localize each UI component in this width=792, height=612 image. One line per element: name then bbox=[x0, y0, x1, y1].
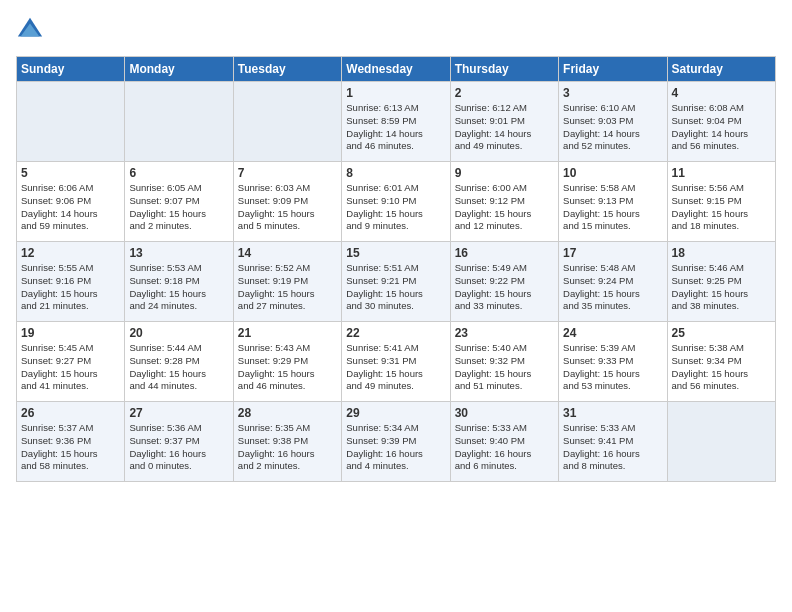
calendar-cell: 7Sunrise: 6:03 AM Sunset: 9:09 PM Daylig… bbox=[233, 162, 341, 242]
day-info: Sunrise: 5:45 AM Sunset: 9:27 PM Dayligh… bbox=[21, 342, 120, 393]
calendar-cell: 31Sunrise: 5:33 AM Sunset: 9:41 PM Dayli… bbox=[559, 402, 667, 482]
day-info: Sunrise: 5:38 AM Sunset: 9:34 PM Dayligh… bbox=[672, 342, 771, 393]
day-number: 22 bbox=[346, 326, 445, 340]
day-number: 5 bbox=[21, 166, 120, 180]
day-info: Sunrise: 6:13 AM Sunset: 8:59 PM Dayligh… bbox=[346, 102, 445, 153]
day-number: 23 bbox=[455, 326, 554, 340]
calendar-week-row: 12Sunrise: 5:55 AM Sunset: 9:16 PM Dayli… bbox=[17, 242, 776, 322]
day-number: 24 bbox=[563, 326, 662, 340]
calendar-cell: 18Sunrise: 5:46 AM Sunset: 9:25 PM Dayli… bbox=[667, 242, 775, 322]
day-info: Sunrise: 5:55 AM Sunset: 9:16 PM Dayligh… bbox=[21, 262, 120, 313]
calendar-week-row: 19Sunrise: 5:45 AM Sunset: 9:27 PM Dayli… bbox=[17, 322, 776, 402]
weekday-header-saturday: Saturday bbox=[667, 57, 775, 82]
day-info: Sunrise: 5:43 AM Sunset: 9:29 PM Dayligh… bbox=[238, 342, 337, 393]
calendar-cell: 10Sunrise: 5:58 AM Sunset: 9:13 PM Dayli… bbox=[559, 162, 667, 242]
calendar-cell: 27Sunrise: 5:36 AM Sunset: 9:37 PM Dayli… bbox=[125, 402, 233, 482]
day-info: Sunrise: 5:33 AM Sunset: 9:41 PM Dayligh… bbox=[563, 422, 662, 473]
calendar-cell: 11Sunrise: 5:56 AM Sunset: 9:15 PM Dayli… bbox=[667, 162, 775, 242]
calendar-cell: 29Sunrise: 5:34 AM Sunset: 9:39 PM Dayli… bbox=[342, 402, 450, 482]
calendar-cell: 20Sunrise: 5:44 AM Sunset: 9:28 PM Dayli… bbox=[125, 322, 233, 402]
day-info: Sunrise: 5:37 AM Sunset: 9:36 PM Dayligh… bbox=[21, 422, 120, 473]
day-number: 27 bbox=[129, 406, 228, 420]
day-info: Sunrise: 6:08 AM Sunset: 9:04 PM Dayligh… bbox=[672, 102, 771, 153]
day-info: Sunrise: 5:58 AM Sunset: 9:13 PM Dayligh… bbox=[563, 182, 662, 233]
calendar-cell bbox=[125, 82, 233, 162]
calendar-cell: 2Sunrise: 6:12 AM Sunset: 9:01 PM Daylig… bbox=[450, 82, 558, 162]
day-number: 30 bbox=[455, 406, 554, 420]
calendar-cell: 13Sunrise: 5:53 AM Sunset: 9:18 PM Dayli… bbox=[125, 242, 233, 322]
page-header bbox=[16, 16, 776, 44]
calendar-cell: 14Sunrise: 5:52 AM Sunset: 9:19 PM Dayli… bbox=[233, 242, 341, 322]
day-number: 12 bbox=[21, 246, 120, 260]
day-info: Sunrise: 6:00 AM Sunset: 9:12 PM Dayligh… bbox=[455, 182, 554, 233]
calendar-cell: 26Sunrise: 5:37 AM Sunset: 9:36 PM Dayli… bbox=[17, 402, 125, 482]
calendar-cell: 5Sunrise: 6:06 AM Sunset: 9:06 PM Daylig… bbox=[17, 162, 125, 242]
calendar-cell bbox=[667, 402, 775, 482]
day-info: Sunrise: 6:06 AM Sunset: 9:06 PM Dayligh… bbox=[21, 182, 120, 233]
calendar-cell: 22Sunrise: 5:41 AM Sunset: 9:31 PM Dayli… bbox=[342, 322, 450, 402]
day-number: 11 bbox=[672, 166, 771, 180]
day-info: Sunrise: 5:36 AM Sunset: 9:37 PM Dayligh… bbox=[129, 422, 228, 473]
day-number: 26 bbox=[21, 406, 120, 420]
logo bbox=[16, 16, 48, 44]
day-number: 8 bbox=[346, 166, 445, 180]
calendar-cell: 19Sunrise: 5:45 AM Sunset: 9:27 PM Dayli… bbox=[17, 322, 125, 402]
day-info: Sunrise: 6:01 AM Sunset: 9:10 PM Dayligh… bbox=[346, 182, 445, 233]
day-info: Sunrise: 5:34 AM Sunset: 9:39 PM Dayligh… bbox=[346, 422, 445, 473]
day-number: 3 bbox=[563, 86, 662, 100]
day-number: 28 bbox=[238, 406, 337, 420]
day-info: Sunrise: 5:33 AM Sunset: 9:40 PM Dayligh… bbox=[455, 422, 554, 473]
day-info: Sunrise: 6:12 AM Sunset: 9:01 PM Dayligh… bbox=[455, 102, 554, 153]
day-number: 10 bbox=[563, 166, 662, 180]
day-info: Sunrise: 5:41 AM Sunset: 9:31 PM Dayligh… bbox=[346, 342, 445, 393]
day-info: Sunrise: 5:56 AM Sunset: 9:15 PM Dayligh… bbox=[672, 182, 771, 233]
calendar-cell: 28Sunrise: 5:35 AM Sunset: 9:38 PM Dayli… bbox=[233, 402, 341, 482]
day-number: 31 bbox=[563, 406, 662, 420]
calendar-cell: 17Sunrise: 5:48 AM Sunset: 9:24 PM Dayli… bbox=[559, 242, 667, 322]
day-number: 2 bbox=[455, 86, 554, 100]
day-number: 17 bbox=[563, 246, 662, 260]
calendar-cell: 21Sunrise: 5:43 AM Sunset: 9:29 PM Dayli… bbox=[233, 322, 341, 402]
calendar-cell: 9Sunrise: 6:00 AM Sunset: 9:12 PM Daylig… bbox=[450, 162, 558, 242]
day-number: 15 bbox=[346, 246, 445, 260]
day-number: 1 bbox=[346, 86, 445, 100]
weekday-header-monday: Monday bbox=[125, 57, 233, 82]
calendar-cell: 1Sunrise: 6:13 AM Sunset: 8:59 PM Daylig… bbox=[342, 82, 450, 162]
day-info: Sunrise: 6:10 AM Sunset: 9:03 PM Dayligh… bbox=[563, 102, 662, 153]
calendar-cell: 4Sunrise: 6:08 AM Sunset: 9:04 PM Daylig… bbox=[667, 82, 775, 162]
calendar-cell: 8Sunrise: 6:01 AM Sunset: 9:10 PM Daylig… bbox=[342, 162, 450, 242]
day-number: 9 bbox=[455, 166, 554, 180]
calendar-cell: 3Sunrise: 6:10 AM Sunset: 9:03 PM Daylig… bbox=[559, 82, 667, 162]
calendar-cell: 25Sunrise: 5:38 AM Sunset: 9:34 PM Dayli… bbox=[667, 322, 775, 402]
day-number: 29 bbox=[346, 406, 445, 420]
day-number: 18 bbox=[672, 246, 771, 260]
calendar-cell: 23Sunrise: 5:40 AM Sunset: 9:32 PM Dayli… bbox=[450, 322, 558, 402]
day-number: 14 bbox=[238, 246, 337, 260]
logo-icon bbox=[16, 16, 44, 44]
day-number: 25 bbox=[672, 326, 771, 340]
day-info: Sunrise: 6:03 AM Sunset: 9:09 PM Dayligh… bbox=[238, 182, 337, 233]
calendar-cell: 30Sunrise: 5:33 AM Sunset: 9:40 PM Dayli… bbox=[450, 402, 558, 482]
weekday-header-sunday: Sunday bbox=[17, 57, 125, 82]
day-info: Sunrise: 6:05 AM Sunset: 9:07 PM Dayligh… bbox=[129, 182, 228, 233]
day-number: 19 bbox=[21, 326, 120, 340]
day-info: Sunrise: 5:52 AM Sunset: 9:19 PM Dayligh… bbox=[238, 262, 337, 313]
day-number: 16 bbox=[455, 246, 554, 260]
weekday-header-wednesday: Wednesday bbox=[342, 57, 450, 82]
calendar-cell bbox=[17, 82, 125, 162]
day-info: Sunrise: 5:44 AM Sunset: 9:28 PM Dayligh… bbox=[129, 342, 228, 393]
weekday-header-tuesday: Tuesday bbox=[233, 57, 341, 82]
day-number: 13 bbox=[129, 246, 228, 260]
day-info: Sunrise: 5:35 AM Sunset: 9:38 PM Dayligh… bbox=[238, 422, 337, 473]
calendar-cell: 16Sunrise: 5:49 AM Sunset: 9:22 PM Dayli… bbox=[450, 242, 558, 322]
weekday-header-thursday: Thursday bbox=[450, 57, 558, 82]
day-number: 20 bbox=[129, 326, 228, 340]
day-number: 7 bbox=[238, 166, 337, 180]
calendar-cell: 6Sunrise: 6:05 AM Sunset: 9:07 PM Daylig… bbox=[125, 162, 233, 242]
calendar-cell: 12Sunrise: 5:55 AM Sunset: 9:16 PM Dayli… bbox=[17, 242, 125, 322]
day-info: Sunrise: 5:53 AM Sunset: 9:18 PM Dayligh… bbox=[129, 262, 228, 313]
day-info: Sunrise: 5:46 AM Sunset: 9:25 PM Dayligh… bbox=[672, 262, 771, 313]
calendar-week-row: 26Sunrise: 5:37 AM Sunset: 9:36 PM Dayli… bbox=[17, 402, 776, 482]
day-number: 4 bbox=[672, 86, 771, 100]
weekday-header-friday: Friday bbox=[559, 57, 667, 82]
